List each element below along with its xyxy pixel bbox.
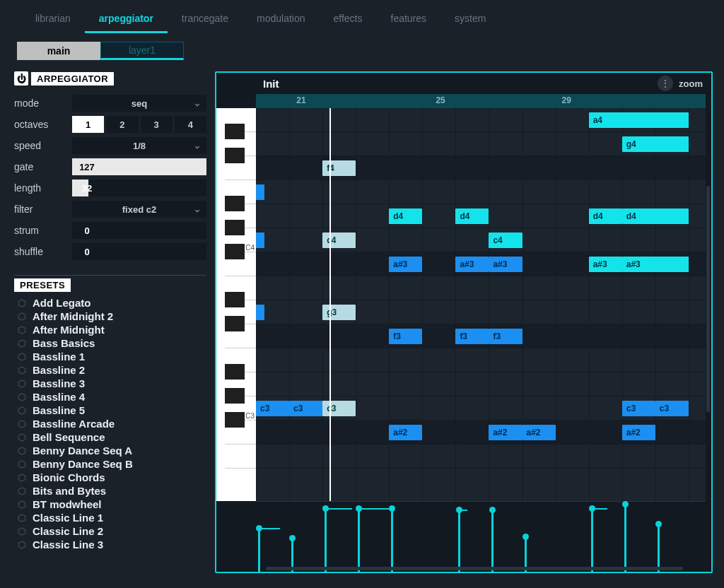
layer-tab-main[interactable]: main	[17, 42, 100, 60]
mode-select[interactable]: seq ⌵	[72, 95, 206, 112]
nav-tab-effects[interactable]: effects	[320, 6, 377, 33]
preset-item[interactable]: Bionic Chords	[14, 471, 206, 484]
note[interactable]: f4	[322, 160, 356, 176]
note[interactable]: d4	[455, 208, 489, 224]
note[interactable]: d4	[589, 208, 622, 224]
octave-button-4[interactable]: 4	[175, 116, 206, 133]
note[interactable]: f3	[389, 329, 422, 344]
note[interactable]: c3	[622, 401, 655, 416]
velocity-bar[interactable]	[258, 528, 260, 572]
preset-item[interactable]: Bass Basics	[14, 336, 206, 350]
shuffle-slider[interactable]: 0	[72, 243, 206, 260]
velocity-bar[interactable]	[325, 508, 327, 572]
editor-hscrollbar[interactable]	[266, 567, 683, 570]
note[interactable]: f3	[489, 329, 522, 344]
preset-label: Classic Line 2	[33, 525, 103, 537]
speed-select[interactable]: 1/8 ⌵	[72, 137, 206, 154]
preset-item[interactable]: Bassline Arcade	[14, 417, 206, 430]
preset-item[interactable]: After Midnight	[14, 323, 206, 336]
preset-item[interactable]: Add Legato	[14, 296, 206, 310]
timeline-ruler[interactable]: 212529	[256, 94, 706, 108]
section-title: ARPEGGIATOR	[31, 72, 114, 86]
note[interactable]: d4	[622, 208, 689, 224]
preset-item[interactable]: Classic Line 3	[14, 538, 206, 551]
length-value: 32	[72, 183, 102, 194]
note[interactable]: c3	[322, 401, 356, 416]
note[interactable]: a#2	[389, 425, 422, 440]
presets-title: PRESETS	[14, 278, 71, 292]
velocity-bar[interactable]	[391, 508, 393, 572]
preset-item[interactable]: BT modwheel	[14, 498, 206, 511]
preset-item[interactable]: Bassline 5	[14, 404, 206, 417]
velocity-bar[interactable]	[458, 510, 460, 572]
editor-vscrollbar[interactable]	[706, 186, 710, 412]
preset-item[interactable]: Classic Line 1	[14, 511, 206, 524]
ruler-tick: 21	[296, 95, 305, 105]
strum-value: 0	[72, 225, 102, 236]
note[interactable]: f3	[455, 329, 489, 344]
nav-tab-librarian[interactable]: librarian	[21, 6, 85, 33]
preset-item[interactable]: Bassline 2	[14, 363, 206, 377]
note[interactable]: a#3	[489, 257, 522, 272]
gate-slider[interactable]: 127	[72, 158, 206, 175]
note[interactable]: g4	[622, 136, 689, 152]
preset-label: Bassline 2	[33, 364, 85, 376]
octave-button-2[interactable]: 2	[106, 116, 138, 133]
nav-tab-trancegate[interactable]: trancegate	[168, 6, 243, 33]
preset-item[interactable]: Benny Dance Seq B	[14, 457, 206, 471]
velocity-lane[interactable]	[256, 501, 706, 572]
velocity-bar[interactable]	[591, 508, 593, 572]
cube-icon	[17, 433, 27, 442]
cube-icon	[17, 325, 27, 335]
zoom-button[interactable]: zoom	[679, 78, 703, 89]
note[interactable]: c3	[655, 401, 689, 416]
note[interactable]: a#3	[622, 257, 689, 272]
velocity-bar[interactable]	[624, 504, 626, 572]
note[interactable]	[256, 233, 264, 248]
menu-dots-icon[interactable]: ⋮	[658, 76, 673, 91]
preset-label: After Midnight	[33, 324, 105, 336]
note[interactable]: c4	[489, 233, 522, 248]
preset-item[interactable]: After Midnight 2	[14, 310, 206, 323]
playhead[interactable]	[329, 108, 331, 501]
note[interactable]: c3	[256, 401, 289, 416]
nav-tab-arpeggiator[interactable]: arpeggiator	[85, 6, 168, 33]
preset-item[interactable]: Bell Sequence	[14, 430, 206, 444]
preset-label: Bassline Arcade	[33, 418, 115, 430]
nav-tab-features[interactable]: features	[377, 6, 441, 33]
preset-item[interactable]: Bassline 4	[14, 390, 206, 404]
note[interactable]: d4	[389, 208, 422, 224]
power-button[interactable]: ⏻	[14, 71, 28, 86]
preset-item[interactable]: Bassline 1	[14, 350, 206, 363]
preset-label: Bass Basics	[33, 337, 95, 349]
layer-tab-layer1[interactable]: layer1	[100, 42, 184, 60]
velocity-bar[interactable]	[658, 524, 660, 572]
velocity-bar[interactable]	[491, 510, 494, 572]
note[interactable]	[256, 305, 264, 320]
piano-keys[interactable]: C4C3	[216, 108, 256, 501]
octave-button-1[interactable]: 1	[72, 116, 104, 133]
note[interactable]: a#3	[589, 257, 622, 272]
note[interactable]: a#3	[389, 257, 422, 272]
note[interactable]: a#2	[489, 425, 522, 440]
note[interactable]: a#2	[522, 425, 556, 440]
note[interactable]: c4	[322, 233, 356, 248]
strum-slider[interactable]: 0	[72, 222, 206, 239]
note[interactable]: a4	[589, 112, 689, 128]
preset-item[interactable]: Bassline 3	[14, 377, 206, 390]
preset-item[interactable]: Classic Line 2	[14, 524, 206, 538]
preset-item[interactable]: Benny Dance Seq A	[14, 444, 206, 457]
note[interactable]	[256, 184, 264, 200]
note-grid[interactable]: a4g4f4d4d4d4d4c4c4a#3a#3a#3a#3a#3g3f3f3f…	[256, 108, 706, 501]
nav-tab-system[interactable]: system	[440, 6, 500, 33]
filter-select[interactable]: fixed c2 ⌵	[72, 201, 206, 218]
note[interactable]: a#3	[455, 257, 489, 272]
octave-button-3[interactable]: 3	[141, 116, 173, 133]
nav-tab-modulation[interactable]: modulation	[243, 6, 320, 33]
note[interactable]: a#2	[622, 425, 655, 440]
velocity-bar[interactable]	[358, 508, 360, 572]
note[interactable]: c3	[289, 401, 322, 416]
note[interactable]: g3	[322, 305, 356, 320]
length-slider[interactable]: 32	[72, 180, 206, 196]
preset-item[interactable]: Bits and Bytes	[14, 484, 206, 498]
